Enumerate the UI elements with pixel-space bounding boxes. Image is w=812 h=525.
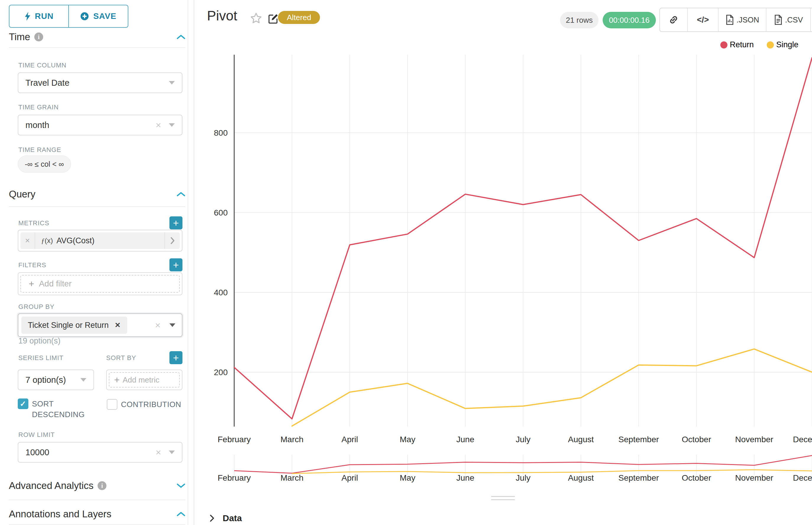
altered-badge[interactable]: Altered [278,11,320,24]
x-axis-label: September [618,435,659,444]
group-by-label: GROUP BY [18,303,55,311]
export-csv-button[interactable]: .CSV [766,8,810,31]
json-file-icon [725,14,734,25]
code-icon: </> [697,15,709,25]
legend-item-return[interactable]: Return [720,40,754,49]
add-sort-metric-dropzone[interactable]: + Add metric [109,372,180,388]
unchecked-checkbox-icon[interactable] [107,399,117,410]
sort-by-label: SORT BY [106,354,136,362]
mini-x-axis-label: March [281,473,304,482]
info-icon: i [98,481,106,490]
edit-title-icon[interactable] [268,13,279,24]
add-metric-button[interactable]: + [169,216,182,229]
mini-x-axis-label: November [735,473,773,482]
metric-chip[interactable]: × ƒ(x) AVG(Cost) [20,232,180,249]
x-axis-label: July [516,435,531,444]
chevron-up-icon[interactable] [177,192,186,197]
time-section-title: Time [9,31,30,43]
group-by-select[interactable]: Ticket Single or Return ✕ × [18,313,182,337]
group-by-chip-label: Ticket Single or Return [28,321,109,330]
remove-metric-icon[interactable]: × [20,232,35,249]
chart-title: Pivot [207,8,237,24]
time-column-select[interactable]: Travel Date [18,72,182,93]
altered-badge-label: Altered [287,13,311,22]
clear-icon[interactable]: × [156,120,161,130]
csv-file-icon [774,14,783,25]
row-count-text: 21 rows [566,16,593,25]
contribution-checkbox-row[interactable]: CONTRIBUTION [107,399,183,410]
share-link-button[interactable] [660,8,687,31]
plus-icon: + [114,375,120,386]
view-query-button[interactable]: </> [687,8,718,31]
series-line-single[interactable] [292,349,812,426]
time-grain-select[interactable]: month × [18,115,182,135]
clear-icon[interactable]: × [156,448,161,457]
time-range-label: TIME RANGE [18,146,61,154]
mini-series-line-single [292,470,812,474]
sidebar-scrollbar[interactable] [188,0,188,525]
lightning-icon [24,12,31,21]
group-by-chip[interactable]: Ticket Single or Return ✕ [21,317,127,334]
mini-x-axis-label: February [218,473,251,482]
x-axis-label: August [568,435,594,444]
link-icon [668,15,679,25]
metrics-box: × ƒ(x) AVG(Cost) [18,230,182,252]
chevron-up-icon[interactable] [177,511,186,517]
favorite-star-icon[interactable] [250,12,262,24]
expand-metric-icon[interactable] [164,232,180,249]
mini-x-axis-label: June [456,473,474,482]
resize-drag-handle[interactable] [491,496,515,497]
chevron-down-icon[interactable] [80,378,86,381]
mini-x-axis-label: September [618,473,659,482]
time-section-header[interactable]: Time i [9,31,186,43]
annotations-header[interactable]: Annotations and Layers [9,508,186,520]
time-grain-label: TIME GRAIN [18,103,59,111]
save-button[interactable]: SAVE [68,5,128,27]
sort-descending-checkbox-row[interactable]: ✓ SORT DESCENDING [18,399,86,420]
y-axis-tick-label: 400 [214,288,228,297]
query-timer-text: 00:00:00.16 [609,16,649,25]
export-json-button[interactable]: .JSON [718,8,766,31]
line-chart[interactable]: 200400600800FebruaryFebruaryMarchMarchAp… [194,0,812,525]
data-section-toggle[interactable]: Data [194,511,812,525]
advanced-analytics-header[interactable]: Advanced Analytics i [9,480,186,491]
resize-drag-handle[interactable] [491,499,515,500]
checked-checkbox-icon[interactable]: ✓ [18,399,28,409]
legend-item-single[interactable]: Single [767,40,798,49]
chevron-down-icon[interactable] [177,483,186,488]
export-json-label: .JSON [737,15,759,25]
metrics-label: METRICS [18,219,49,227]
metric-chip-label: AVG(Cost) [57,236,94,245]
y-axis-tick-label: 200 [214,368,228,377]
x-axis-label: May [400,435,415,444]
section-divider [9,499,186,500]
clear-icon[interactable]: × [155,320,161,330]
row-limit-select[interactable]: 10000 × [18,442,182,463]
plus-icon: + [29,279,34,289]
sort-descending-label: SORT DESCENDING [32,399,82,420]
mini-x-axis-label: July [516,473,531,482]
x-axis-label: April [341,435,358,444]
query-section-header[interactable]: Query [9,189,186,200]
export-csv-label: .CSV [785,15,803,25]
time-range-pill[interactable]: -∞ ≤ col < ∞ [18,155,71,172]
chevron-down-icon[interactable] [169,123,175,127]
run-button[interactable]: RUN [10,5,68,27]
add-filter-dropzone[interactable]: + Add filter [20,275,180,292]
y-axis-tick-label: 800 [214,128,228,137]
row-count-badge: 21 rows [560,12,599,28]
chevron-down-icon[interactable] [169,450,175,454]
annotations-title: Annotations and Layers [9,508,112,520]
section-divider [9,206,186,207]
add-filter-button[interactable]: + [169,258,182,271]
series-limit-select[interactable]: 7 option(s) [18,370,94,390]
info-icon: i [34,32,43,41]
add-sort-metric-button[interactable]: + [169,351,182,364]
chevron-down-icon[interactable] [169,81,175,85]
chevron-down-icon[interactable] [169,324,175,327]
chart-menu-button[interactable] [810,8,812,31]
filters-box: + Add filter [18,272,182,295]
chart-panel: 200400600800FebruaryFebruaryMarchMarchAp… [194,0,812,525]
chevron-up-icon[interactable] [177,34,186,40]
remove-chip-icon[interactable]: ✕ [115,321,121,329]
